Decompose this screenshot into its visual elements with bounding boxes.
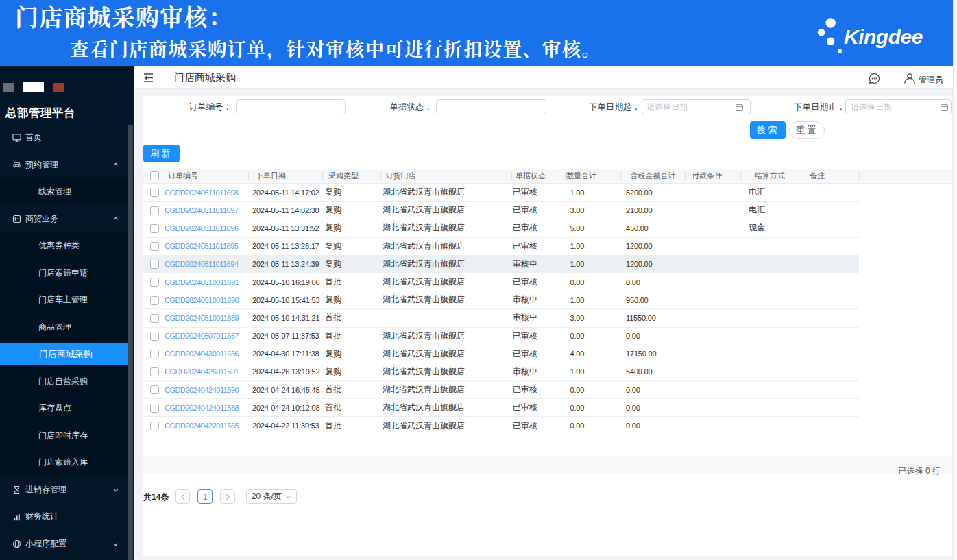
- svg-text:Kingdee: Kingdee: [844, 25, 923, 48]
